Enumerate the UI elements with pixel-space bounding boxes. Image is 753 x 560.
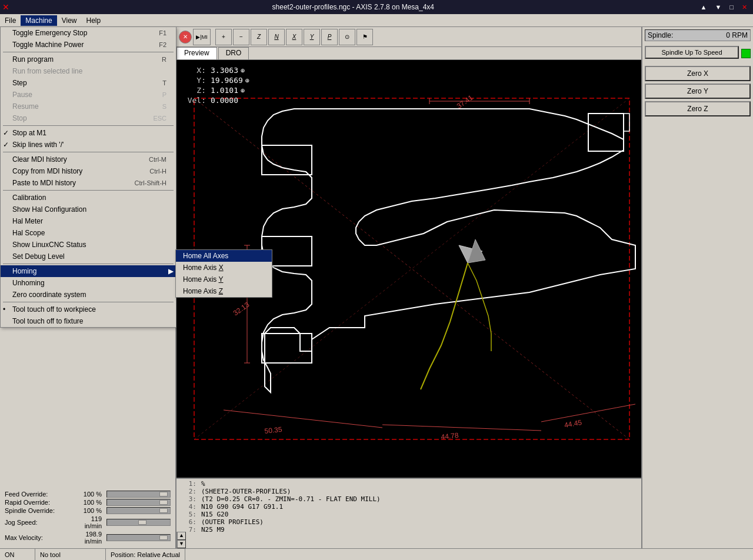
menu-hal-scope[interactable]: Hal Scope (1, 227, 176, 239)
menu-help[interactable]: Help (82, 15, 106, 26)
gcode-scrollbar[interactable]: ▲ ▼ (176, 532, 186, 548)
run-shortcut: R (162, 56, 166, 63)
circle-btn[interactable]: ⊙ (339, 29, 355, 45)
menu-pause: Pause P (1, 89, 176, 101)
menu-run[interactable]: Run program R (1, 54, 176, 65)
resume-label: Resume (12, 102, 39, 111)
preview-tabs: Preview DRO (176, 47, 641, 60)
resume-shortcut: S (162, 103, 166, 110)
rapid-slider-thumb (159, 500, 168, 505)
minimize-btn[interactable]: ▲ (697, 3, 711, 12)
gcode-scroll[interactable]: 1: % 2: (SHEET2-OUTER-PROFILES) 3: (T2 D… (176, 479, 641, 532)
vel-value: 0.0000 (211, 96, 238, 105)
tab-dro[interactable]: DRO (218, 47, 249, 59)
debug-label: Set Debug Level (12, 252, 65, 261)
spindle-override-row: Spindle Override: 100 % (5, 507, 171, 514)
submenu-home-all[interactable]: Home All Axes (176, 250, 272, 262)
unhoming-label: Unhoming (12, 279, 45, 287)
zero-x-btn[interactable]: Zero X (645, 66, 751, 81)
jog-speed-slider[interactable] (106, 519, 171, 526)
menu-step[interactable]: Step T (1, 77, 176, 89)
status-tool: No tool (35, 549, 106, 560)
machine-dropdown: Toggle Emergency Stop F1 Toggle Machine … (0, 27, 176, 328)
sub-btn[interactable]: − (233, 29, 249, 45)
power-btn[interactable]: ▶|MI (193, 29, 211, 45)
gcode-area: 1: % 2: (SHEET2-OUTER-PROFILES) 3: (T2 D… (176, 478, 641, 548)
n-btn[interactable]: N (268, 29, 285, 45)
menu-hal-meter[interactable]: Hal Meter (1, 215, 176, 227)
rapid-override-row: Rapid Override: 100 % (5, 499, 171, 506)
menu-tool-fixture[interactable]: Tool touch off to fixture (1, 315, 176, 327)
pause-shortcut: P (162, 91, 166, 98)
jog-speed-row: Jog Speed: 119 in/min (5, 515, 171, 529)
menu-machine[interactable]: Machine (21, 15, 56, 26)
close-btn[interactable]: ✕ (738, 3, 751, 12)
menu-emergency-stop[interactable]: Toggle Emergency Stop F1 (1, 27, 176, 39)
menu-stop-m1[interactable]: ✓ Stop at M1 (1, 127, 176, 139)
app-icon: ✕ (2, 2, 9, 12)
menu-tool-workpiece[interactable]: • Tool touch off to workpiece (1, 304, 176, 315)
max-vel-label: Max Velocity: (5, 534, 75, 541)
y-btn[interactable]: Y (304, 29, 320, 45)
menu-view[interactable]: View (57, 15, 82, 26)
rapid-override-slider[interactable] (106, 499, 171, 506)
restore-btn[interactable]: ▼ (711, 3, 725, 12)
z-coord-plus[interactable]: ⊕ (241, 86, 245, 95)
menu-clear-mdi[interactable]: Clear MDI history Ctrl-M (1, 154, 176, 165)
feed-override-slider[interactable] (106, 491, 171, 498)
gcode-line-2: 2: (SHEET2-OUTER-PROFILES) (179, 488, 639, 495)
svg-text:44.45: 44.45 (564, 418, 582, 429)
y-coord-row: Y: 19.9669 ⊕ (182, 76, 249, 85)
run-label: Run program (12, 55, 54, 64)
menu-debug[interactable]: Set Debug Level (1, 251, 176, 262)
submenu-home-z[interactable]: Home Axis Z (176, 285, 272, 297)
menu-machine-power[interactable]: Toggle Machine Power F2 (1, 39, 176, 51)
gcode-line-5: 5: N15 G20 (179, 511, 639, 518)
homing-submenu: Home All Axes Home Axis X Home Axis Y Ho… (175, 249, 272, 298)
submenu-home-x[interactable]: Home Axis X (176, 262, 272, 274)
z-view-btn[interactable]: Z (251, 29, 267, 45)
maximize-btn[interactable]: □ (726, 3, 737, 12)
menu-run-selected: Run from selected line (1, 65, 176, 77)
submenu-home-y[interactable]: Home Axis Y (176, 274, 272, 285)
estop-btn[interactable]: ✕ (179, 31, 192, 44)
zero-y-btn[interactable]: Zero Y (645, 84, 751, 99)
x-coord-label: X: (182, 66, 206, 75)
title-bar: ✕ sheet2-outer-profiles.ngc - AXIS 2.7.8… (0, 0, 753, 14)
zero-z-btn[interactable]: Zero Z (645, 101, 751, 116)
menu-hal-config[interactable]: Show Hal Configuration (1, 204, 176, 215)
gcode-line-7: 7: N25 M9 (179, 526, 639, 532)
scroll-up-btn[interactable]: ▲ (177, 532, 186, 540)
x-btn[interactable]: X (286, 29, 302, 45)
menu-skip-lines[interactable]: ✓ Skip lines with '/' (1, 139, 176, 151)
divider-4 (3, 190, 174, 191)
x-coord-plus[interactable]: ⊕ (241, 66, 245, 75)
menu-homing[interactable]: Homing ▶ (1, 265, 176, 277)
flag-btn[interactable]: ⚑ (356, 29, 373, 45)
tool-workpiece-label: Tool touch off to workpiece (12, 305, 96, 314)
svg-text:37.41: 37.41 (455, 94, 475, 111)
divider-2 (3, 125, 174, 126)
menu-zero-coord[interactable]: Zero coordinate system (1, 289, 176, 301)
emergency-stop-shortcut: F1 (159, 29, 166, 36)
clear-mdi-label: Clear MDI history (12, 155, 67, 164)
scroll-down-btn[interactable]: ▼ (177, 540, 186, 548)
menu-copy-mdi[interactable]: Copy from MDI history Ctrl-H (1, 165, 176, 177)
spindle-override-slider[interactable] (106, 507, 171, 514)
menu-paste-mdi[interactable]: Paste to MDI history Ctrl-Shift-H (1, 177, 176, 189)
spindle-up-speed-btn[interactable]: Spindle Up To Speed (645, 46, 739, 59)
homing-label: Homing (12, 267, 36, 275)
menu-unhoming[interactable]: Unhoming (1, 277, 176, 289)
y-coord-plus[interactable]: ⊕ (245, 76, 249, 85)
hal-scope-label: Hal Scope (12, 229, 45, 237)
main-layout: Ma Axis Toggle Emergency Stop F1 Toggle … (0, 27, 753, 548)
menu-show-status[interactable]: Show LinuxCNC Status (1, 239, 176, 251)
tab-preview[interactable]: Preview (176, 47, 217, 59)
menu-calibration[interactable]: Calibration (1, 192, 176, 204)
z-coord-value: 1.0101 (211, 86, 238, 95)
p-btn[interactable]: P (321, 29, 338, 45)
svg-text:50.35: 50.35 (264, 425, 283, 435)
add-btn[interactable]: + (215, 29, 232, 45)
menu-file[interactable]: File (0, 15, 21, 26)
max-vel-slider[interactable] (106, 534, 171, 541)
